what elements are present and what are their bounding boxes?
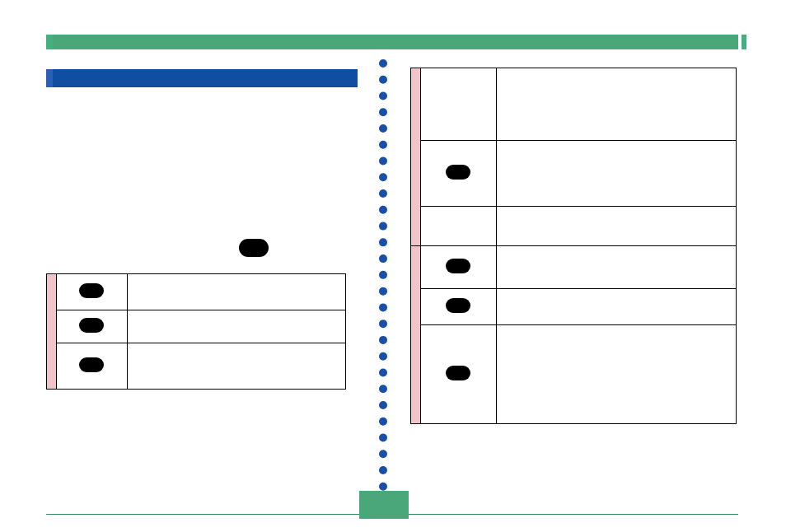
left-row-3-content-cell (127, 343, 345, 390)
right-row-3-label-cell (420, 207, 496, 246)
right-row-4-content-cell (496, 246, 736, 289)
right-row-1-label-cell (420, 68, 496, 141)
left-table-stub (47, 274, 57, 390)
right-table (410, 68, 737, 424)
top-header-left-accent (46, 35, 53, 49)
left-center-label-pill (239, 239, 269, 257)
section-heading-accent (46, 69, 53, 87)
table-row (411, 325, 737, 424)
table-row (47, 343, 346, 390)
column-divider (379, 59, 387, 491)
label-pill-icon (446, 298, 470, 313)
page (0, 0, 786, 532)
label-pill-icon (79, 283, 104, 298)
left-row-2-content-cell (127, 310, 345, 343)
table-row (411, 68, 737, 141)
label-pill-icon (446, 259, 470, 273)
table-row (411, 207, 737, 246)
right-row-5-content-cell (496, 289, 736, 325)
section-heading-bar (46, 69, 358, 87)
right-row-2-content-cell (496, 141, 736, 207)
right-row-2-label-cell (420, 141, 496, 207)
page-number-block (359, 491, 409, 519)
table-row (47, 274, 346, 310)
table-row (47, 310, 346, 343)
top-header-right-accent (742, 35, 746, 49)
right-row-1-content-cell (496, 68, 736, 141)
left-row-2-label-cell (56, 310, 127, 343)
right-row-5-label-cell (420, 289, 496, 325)
left-row-1-label-cell (56, 274, 127, 310)
right-row-6-content-cell (496, 325, 736, 424)
label-pill-icon (79, 318, 104, 333)
label-pill-icon (79, 357, 104, 372)
label-pill-icon (446, 366, 470, 380)
right-row-3-content-cell (496, 207, 736, 246)
table-row (411, 289, 737, 325)
top-header-bar (46, 35, 738, 49)
right-table-stub-top (411, 68, 421, 246)
left-row-3-label-cell (56, 343, 127, 390)
table-row (411, 141, 737, 207)
right-row-6-label-cell (420, 325, 496, 424)
right-row-4-label-cell (420, 246, 496, 289)
right-table-stub-bottom (411, 246, 421, 424)
label-pill-icon (446, 165, 470, 180)
left-row-1-content-cell (127, 274, 345, 310)
left-table (46, 273, 346, 390)
table-row (411, 246, 737, 289)
